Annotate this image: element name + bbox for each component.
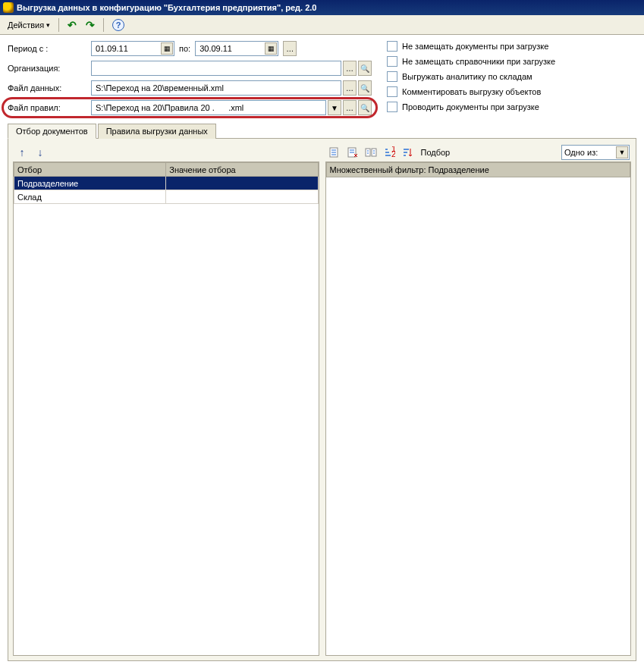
data-file-row: … 🔍: [91, 80, 372, 96]
toolbar: Действия ?: [0, 15, 644, 35]
undo-button[interactable]: [64, 17, 80, 33]
separator: [58, 18, 59, 32]
chk-label: Комментировать выгрузку объектов: [402, 87, 541, 96]
period-dialog-button[interactable]: …: [283, 41, 297, 56]
left-form: Период с : ▦ по: ▦ … Организация: … 🔍 Фа…: [8, 41, 372, 115]
separator: [103, 18, 104, 32]
help-button[interactable]: ?: [109, 17, 127, 33]
undo-icon: [68, 19, 77, 31]
multi-filter-grid[interactable]: Множественный фильтр: Подразделение: [325, 161, 632, 656]
arrow-up-icon: [20, 146, 25, 158]
window-title: Выгрузка данных в конфигурацию "Бухгалте…: [17, 3, 316, 12]
actions-label: Действия: [8, 20, 44, 30]
form-area: Период с : ▦ по: ▦ … Организация: … 🔍 Фа…: [0, 35, 644, 118]
org-input[interactable]: [91, 61, 341, 76]
checkbox-icon[interactable]: [387, 102, 397, 112]
list-action-1[interactable]: [327, 145, 342, 160]
rules-file-select-button[interactable]: …: [343, 100, 357, 115]
rules-file-label: Файл правил:: [8, 103, 91, 112]
redo-icon: [86, 19, 95, 31]
date-to-input[interactable]: ▦: [195, 41, 278, 56]
list-action-2[interactable]: [345, 145, 360, 160]
calendar-icon[interactable]: ▦: [161, 42, 173, 55]
date-to-field[interactable]: [198, 42, 275, 55]
tabs: Отбор документов Правила выгрузки данных: [8, 123, 636, 138]
col-filter-value[interactable]: Значение отбора: [166, 163, 318, 177]
app-icon: [3, 2, 14, 13]
right-checks: Не замещать документы при загрузке Не за…: [387, 41, 555, 115]
tab-doc-filter[interactable]: Отбор документов: [8, 124, 96, 139]
chk-label: Не замещать справочники при загрузке: [402, 57, 555, 66]
chevron-down-icon[interactable]: ▼: [616, 146, 628, 158]
combo-value: Одно из:: [564, 148, 598, 157]
period-label: Период с :: [8, 44, 91, 53]
data-file-label: Файл данных:: [8, 83, 91, 92]
move-up-button[interactable]: [14, 145, 30, 160]
help-icon: ?: [112, 19, 124, 31]
cell-filter[interactable]: Подразделение: [14, 177, 166, 190]
right-toolbar: 12 Подбор Одно из: ▼: [325, 143, 632, 161]
multi-filter-title: Множественный фильтр: Подразделение: [330, 165, 489, 174]
rules-file-field[interactable]: [94, 101, 323, 114]
cell-filter[interactable]: Склад: [14, 190, 166, 204]
move-down-button[interactable]: [33, 145, 48, 160]
right-pane: 12 Подбор Одно из: ▼ Множественный фильт…: [325, 143, 632, 656]
rules-file-group: Файл правил: ▼ … 🔍: [8, 100, 372, 115]
chk-analytics-warehouses[interactable]: Выгружать аналитику по складам: [387, 71, 555, 82]
redo-button[interactable]: [83, 17, 98, 33]
cell-value[interactable]: [166, 190, 318, 204]
org-select-button[interactable]: …: [343, 61, 357, 76]
svg-rect-2: [366, 149, 370, 156]
filter-mode-combo[interactable]: Одно из: ▼: [561, 145, 630, 160]
rules-file-input[interactable]: [91, 100, 326, 115]
chk-no-replace-docs[interactable]: Не замещать документы при загрузке: [387, 41, 555, 52]
chk-label: Проводить документы при загрузке: [402, 102, 539, 111]
checkbox-icon[interactable]: [387, 56, 397, 67]
col-filter[interactable]: Отбор: [14, 163, 166, 177]
list-sort-desc[interactable]: [400, 145, 415, 160]
data-file-input[interactable]: [91, 80, 341, 96]
org-open-button[interactable]: 🔍: [358, 61, 372, 76]
multi-filter-header: Множественный фильтр: Подразделение: [326, 162, 631, 177]
left-pane: Отбор Значение отбора Подразделение Скла…: [13, 143, 319, 656]
tab-panel: Отбор Значение отбора Подразделение Скла…: [8, 138, 636, 661]
actions-menu[interactable]: Действия: [5, 17, 53, 33]
calendar-icon[interactable]: ▦: [265, 42, 277, 55]
period-row: ▦ по: ▦ …: [91, 41, 372, 56]
data-file-field[interactable]: [94, 81, 338, 95]
data-file-open-button[interactable]: 🔍: [358, 80, 372, 96]
checkbox-icon[interactable]: [387, 86, 397, 97]
org-field[interactable]: [94, 61, 338, 75]
org-row: … 🔍: [91, 61, 372, 76]
svg-rect-3: [372, 149, 376, 156]
rules-file-open-button[interactable]: 🔍: [358, 100, 372, 115]
list-action-3[interactable]: [363, 145, 379, 160]
table-row[interactable]: Склад: [14, 190, 319, 204]
to-label: по:: [179, 44, 190, 53]
chk-comment-export[interactable]: Комментировать выгрузку объектов: [387, 86, 555, 97]
date-from-input[interactable]: ▦: [91, 41, 174, 56]
chk-label: Не замещать документы при загрузке: [402, 42, 548, 51]
data-file-select-button[interactable]: …: [343, 80, 357, 96]
checkbox-icon[interactable]: [387, 41, 397, 52]
titlebar: Выгрузка данных в конфигурацию "Бухгалте…: [0, 0, 644, 15]
table-row[interactable]: Подразделение: [14, 177, 319, 190]
arrow-down-icon: [38, 146, 43, 158]
checkbox-icon[interactable]: [387, 71, 397, 82]
chk-label: Выгружать аналитику по складам: [402, 72, 532, 81]
chk-post-on-load[interactable]: Проводить документы при загрузке: [387, 102, 555, 112]
tab-label: Правила выгрузки данных: [106, 127, 208, 136]
rules-file-dropdown-button[interactable]: ▼: [328, 100, 341, 115]
list-sort-asc[interactable]: 12: [382, 145, 397, 160]
tab-export-rules[interactable]: Правила выгрузки данных: [98, 124, 216, 139]
podbor-label[interactable]: Подбор: [421, 148, 451, 157]
filter-grid[interactable]: Отбор Значение отбора Подразделение Скла…: [13, 161, 319, 656]
cell-value[interactable]: [166, 177, 318, 190]
left-toolbar: [13, 143, 319, 161]
tab-label: Отбор документов: [16, 127, 88, 136]
org-label: Организация:: [8, 64, 91, 73]
svg-text:2: 2: [391, 149, 395, 158]
chk-no-replace-refs[interactable]: Не замещать справочники при загрузке: [387, 56, 555, 67]
date-from-field[interactable]: [94, 42, 171, 55]
rules-file-row: ▼ … 🔍: [91, 100, 372, 115]
